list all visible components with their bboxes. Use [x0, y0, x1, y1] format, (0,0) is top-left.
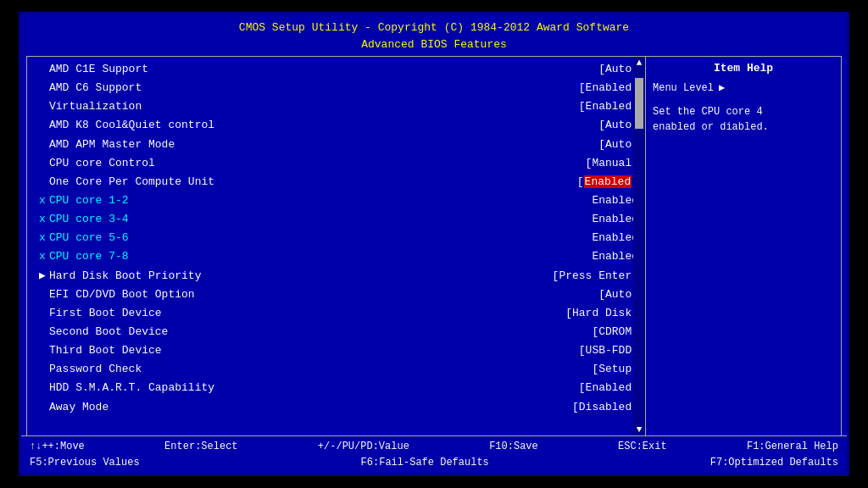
row-value: [Disabled] — [572, 399, 638, 416]
bios-row[interactable]: EFI CD/DVD Boot Option [Auto] — [27, 286, 645, 304]
empty-prefix — [36, 324, 49, 341]
row-label: Third Boot Device — [49, 342, 576, 359]
bottom-row2: F5:Previous Values F6:Fail-Safe Defaults… — [30, 455, 838, 471]
row-label: Virtualization — [49, 98, 576, 115]
row-label: AMD APM Master Mode — [49, 136, 595, 153]
row-value: [Enabled] — [577, 174, 638, 191]
empty-prefix — [36, 174, 49, 191]
bios-row[interactable]: AMD C1E Support [Auto] — [27, 60, 645, 79]
bios-row[interactable]: One Core Per Compute Unit [Enabled] — [27, 173, 645, 191]
x-prefix: x — [36, 248, 49, 265]
row-label: Hard Disk Boot Priority — [49, 268, 549, 285]
row-value: [Auto] — [598, 61, 638, 78]
row-value: [Press Enter] — [553, 268, 638, 285]
empty-prefix — [36, 80, 49, 97]
row-label: Away Mode — [49, 399, 569, 416]
bios-row[interactable]: First Boot Device [Hard Disk] — [27, 304, 645, 323]
arrow-prefix: ▶ — [36, 268, 49, 285]
x-prefix: x — [36, 192, 49, 209]
row-value: [Manual] — [586, 155, 638, 172]
scroll-thumb — [635, 78, 643, 129]
menu-level-arrow: ▶ — [719, 81, 725, 94]
row-value: [Setup] — [592, 361, 638, 378]
key-exit: ESC:Exit — [618, 439, 667, 455]
row-label: Second Boot Device — [49, 324, 588, 341]
row-label: AMD K8 Cool&Quiet control — [49, 117, 595, 134]
bios-row[interactable]: HDD S.M.A.R.T. Capability [Enabled] — [27, 379, 645, 397]
menu-level-row: Menu Level ▶ — [653, 81, 834, 94]
bios-row[interactable]: AMD APM Master Mode [Auto] — [27, 136, 645, 154]
title-line1: CMOS Setup Utility - Copyright (C) 1984-… — [21, 19, 847, 36]
bios-row[interactable]: Password Check [Setup] — [27, 360, 645, 379]
row-value: [Auto] — [598, 286, 638, 303]
row-value: Enabled — [592, 211, 638, 228]
bottom-bar: ↑↓++:Move Enter:Select +/-/PU/PD:Value F… — [21, 435, 847, 474]
row-value: [USB-FDD] — [579, 342, 638, 359]
row-label: One Core Per Compute Unit — [49, 174, 574, 191]
bios-row[interactable]: x CPU core 1-2 Enabled — [27, 191, 645, 210]
bottom-row1: ↑↓++:Move Enter:Select +/-/PU/PD:Value F… — [30, 439, 838, 455]
row-value: [CDROM] — [592, 324, 638, 341]
row-label: First Boot Device — [49, 305, 562, 322]
row-label: EFI CD/DVD Boot Option — [49, 286, 595, 303]
row-label: CPU core 3-4 — [49, 211, 588, 228]
x-prefix: x — [36, 230, 49, 247]
bios-row[interactable]: Virtualization [Enabled] — [27, 97, 645, 116]
key-failsafe: F6:Fail-Safe Defaults — [361, 455, 489, 471]
row-label: AMD C6 Support — [49, 80, 576, 97]
key-help: F1:General Help — [747, 439, 838, 455]
empty-prefix — [36, 136, 49, 153]
key-save: F10:Save — [489, 439, 538, 455]
bios-row[interactable]: Third Boot Device [USB-FDD] — [27, 341, 645, 360]
key-select: Enter:Select — [164, 439, 237, 455]
bios-row[interactable]: x CPU core 3-4 Enabled — [27, 210, 645, 229]
main-area: AMD C1E Support [Auto] AMD C6 Support [E… — [26, 56, 842, 441]
empty-prefix — [36, 380, 49, 396]
title-bar: CMOS Setup Utility - Copyright (C) 1984-… — [21, 14, 847, 56]
title-line2: Advanced BIOS Features — [21, 36, 847, 53]
empty-prefix — [36, 305, 49, 322]
row-label: CPU core 5-6 — [49, 230, 588, 247]
empty-prefix — [36, 98, 49, 115]
highlighted-value: Enabled — [584, 175, 632, 188]
bios-screen: CMOS Setup Utility - Copyright (C) 1984-… — [19, 12, 849, 476]
bios-row[interactable]: x CPU core 7-8 Enabled — [27, 247, 645, 266]
x-prefix: x — [36, 211, 49, 228]
row-label: CPU core 1-2 — [49, 192, 588, 209]
empty-prefix — [36, 361, 49, 378]
bios-row[interactable]: Second Boot Device [CDROM] — [27, 323, 645, 341]
bios-row[interactable]: x CPU core 5-6 Enabled — [27, 229, 645, 247]
row-label: HDD S.M.A.R.T. Capability — [49, 380, 576, 396]
help-text: Set the CPU core 4enabled or diabled. — [653, 104, 834, 135]
scroll-up-arrow[interactable]: ▲ — [637, 57, 643, 69]
key-prev: F5:Previous Values — [30, 455, 140, 471]
row-value: [Hard Disk] — [565, 305, 638, 322]
key-value: +/-/PU/PD:Value — [318, 439, 409, 455]
bios-row[interactable]: Away Mode [Disabled] — [27, 398, 645, 417]
bios-row[interactable]: CPU core Control [Manual] — [27, 154, 645, 173]
right-panel: Item Help Menu Level ▶ Set the CPU core … — [646, 57, 841, 440]
menu-level-label: Menu Level — [653, 82, 714, 94]
bios-row[interactable]: ▶ Hard Disk Boot Priority [Press Enter] — [27, 267, 645, 286]
empty-prefix — [36, 117, 49, 134]
row-value: [Auto] — [598, 117, 638, 134]
row-label: CPU core Control — [49, 155, 582, 172]
bios-row[interactable]: AMD C6 Support [Enabled] — [27, 79, 645, 97]
item-help-title: Item Help — [653, 62, 834, 75]
key-optimized: F7:Optimized Defaults — [710, 455, 838, 471]
scrollbar: ▲ ▼ — [633, 57, 645, 440]
row-value: [Enabled] — [579, 98, 638, 115]
empty-prefix — [36, 399, 49, 416]
row-value: [Enabled] — [579, 380, 638, 396]
row-value: [Enabled] — [579, 80, 638, 97]
row-value: Enabled — [592, 230, 638, 247]
row-value: Enabled — [592, 192, 638, 209]
bios-row[interactable]: AMD K8 Cool&Quiet control [Auto] — [27, 116, 645, 135]
empty-prefix — [36, 155, 49, 172]
key-move: ↑↓++:Move — [30, 439, 85, 455]
row-label: CPU core 7-8 — [49, 248, 588, 265]
row-label: AMD C1E Support — [49, 61, 595, 78]
empty-prefix — [36, 286, 49, 303]
row-value: [Auto] — [598, 136, 638, 153]
bios-rows: AMD C1E Support [Auto] AMD C6 Support [E… — [27, 60, 645, 417]
